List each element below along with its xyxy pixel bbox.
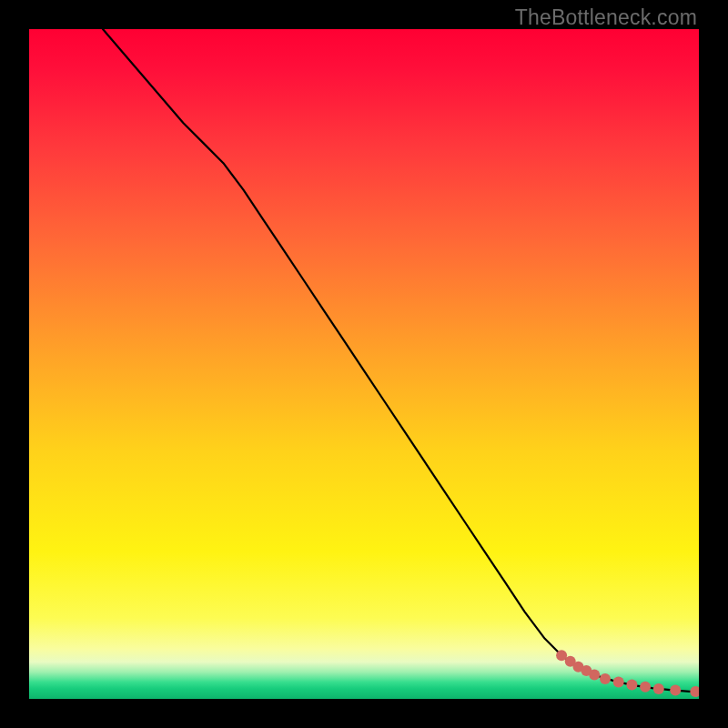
trend-line <box>29 29 699 699</box>
chart-container: TheBottleneck.com <box>0 0 728 728</box>
data-point <box>670 684 681 695</box>
attribution-label: TheBottleneck.com <box>515 5 697 30</box>
data-point <box>573 662 584 672</box>
data-point <box>653 683 664 694</box>
data-points <box>29 29 699 699</box>
data-point <box>589 670 600 681</box>
data-point <box>640 682 651 693</box>
data-point <box>581 665 592 676</box>
data-point <box>690 686 699 697</box>
data-point <box>600 673 611 684</box>
data-point <box>626 680 637 691</box>
plot-area <box>29 29 699 699</box>
data-point <box>613 677 624 688</box>
data-point <box>565 656 576 667</box>
data-point <box>556 650 567 661</box>
